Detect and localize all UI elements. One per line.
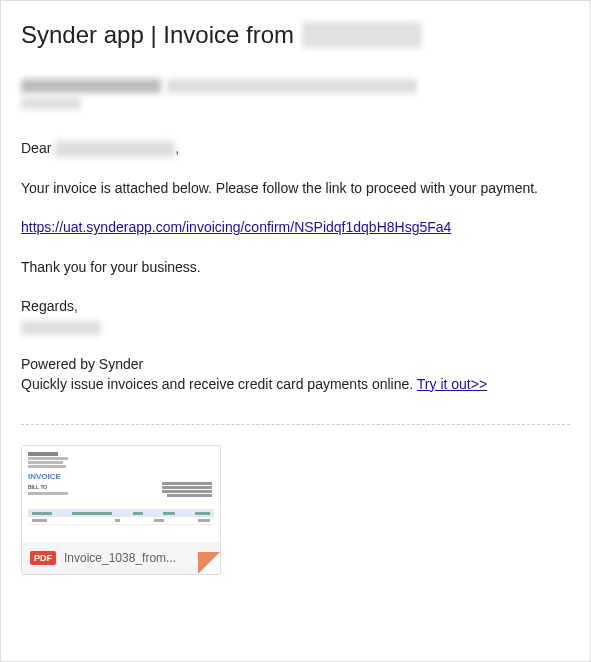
preview-table-row — [28, 517, 214, 525]
email-title: Synder app | Invoice from — [21, 21, 570, 49]
thank-you-text: Thank you for your business. — [21, 258, 570, 278]
preview-meta — [162, 482, 212, 497]
attachments-divider — [21, 424, 570, 425]
quickly-text: Quickly issue invoices and receive credi… — [21, 376, 417, 392]
meta-email-redacted — [167, 79, 417, 93]
dear-comma: , — [175, 139, 179, 159]
meta-sender-redacted — [21, 79, 161, 93]
attached-paragraph: Your invoice is attached below. Please f… — [21, 179, 570, 199]
title-sender-redacted — [302, 22, 422, 48]
attachment-footer: PDF Invoice_1038_from... — [22, 542, 220, 574]
payment-link-line: https://uat.synderapp.com/invoicing/conf… — [21, 218, 570, 238]
recipient-redacted — [55, 141, 175, 157]
preview-table-header — [28, 509, 214, 517]
preview-invoice-label: INVOICE — [28, 472, 214, 481]
signature-redacted — [21, 321, 101, 335]
powered-by-text: Powered by Synder — [21, 355, 570, 375]
email-meta-line-1 — [21, 79, 570, 93]
email-meta-line-2 — [21, 97, 570, 109]
dear-text: Dear — [21, 139, 51, 159]
preview-header — [28, 452, 214, 468]
greeting-line: Dear , — [21, 139, 570, 159]
meta-to-redacted — [21, 97, 81, 109]
attachment-filename: Invoice_1038_from... — [64, 551, 212, 565]
title-prefix: Synder app | Invoice from — [21, 21, 294, 49]
attachment-preview: INVOICE BILL TO — [22, 446, 220, 542]
regards-text: Regards, — [21, 297, 570, 317]
promo-line: Quickly issue invoices and receive credi… — [21, 375, 570, 395]
payment-link[interactable]: https://uat.synderapp.com/invoicing/conf… — [21, 219, 451, 235]
pdf-icon: PDF — [30, 551, 56, 565]
try-it-link[interactable]: Try it out>> — [417, 376, 487, 392]
attachment-card[interactable]: INVOICE BILL TO PDF Invoice_1038_from... — [21, 445, 221, 575]
fold-corner-icon — [198, 552, 220, 574]
